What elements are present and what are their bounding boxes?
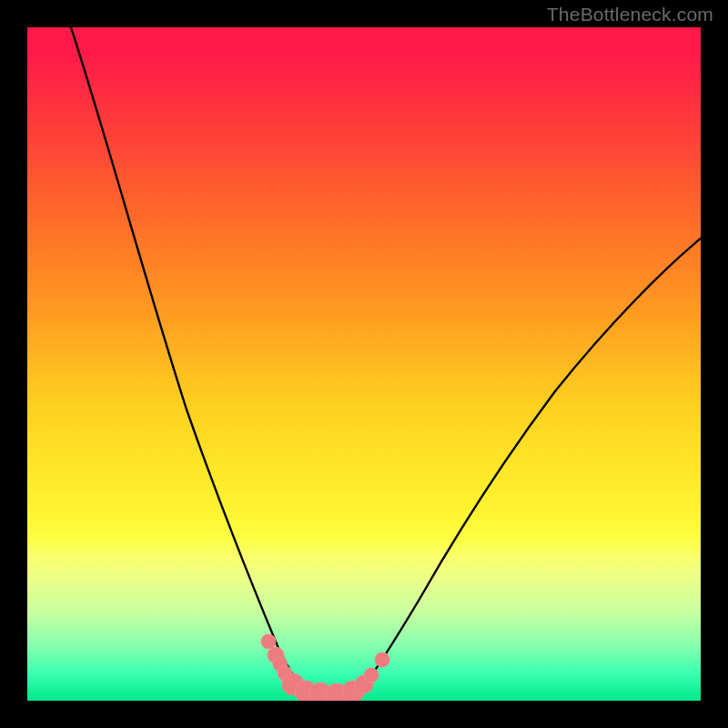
marker-dot — [375, 652, 389, 667]
curve-layer — [27, 27, 701, 701]
plot-area — [27, 27, 701, 701]
marker-dot — [261, 634, 276, 649]
left-curve — [71, 27, 308, 692]
marker-group — [261, 634, 389, 701]
chart-frame: TheBottleneck.com — [0, 0, 728, 728]
watermark-text: TheBottleneck.com — [547, 4, 713, 25]
marker-dot — [364, 668, 379, 682]
right-curve — [359, 238, 701, 692]
